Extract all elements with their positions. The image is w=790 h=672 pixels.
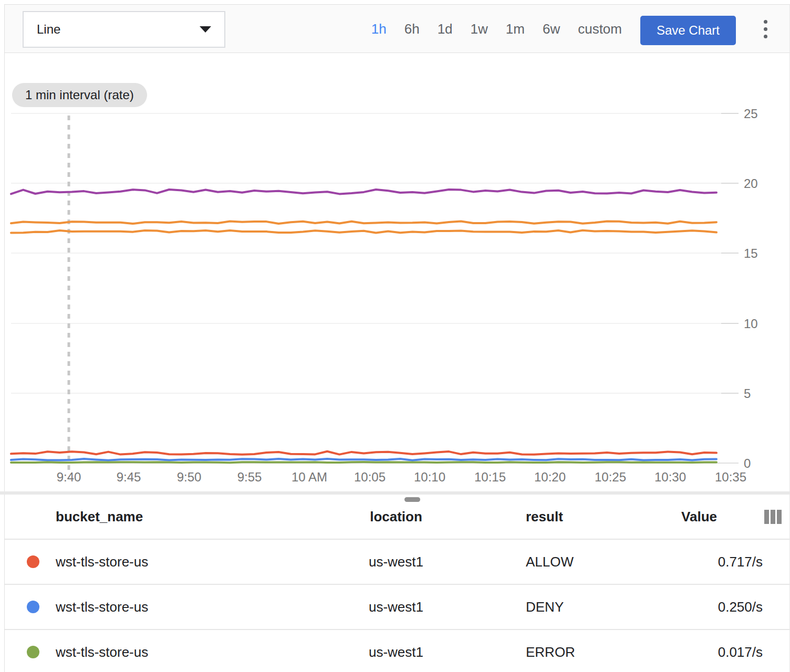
cell-bucket-name: wst-tls-store-us: [53, 554, 346, 570]
x-tick-label: 10:25: [595, 470, 626, 484]
column-header-value[interactable]: Value: [630, 509, 764, 525]
cell-value: 0.017/s: [630, 644, 789, 660]
series-line-4[interactable]: [11, 452, 716, 455]
y-tick-label: 0: [744, 456, 751, 470]
x-tick-label: 10:35: [715, 470, 746, 484]
cell-value: 0.250/s: [630, 599, 789, 615]
time-range-1h[interactable]: 1h: [371, 21, 387, 37]
series-line-2[interactable]: [11, 222, 716, 224]
x-tick-label: 10:10: [414, 470, 445, 484]
time-range-selector: 1h 6h 1d 1w 1m 6w custom: [371, 5, 622, 53]
table-header-row: bucket_name location result Value: [5, 495, 789, 539]
y-axis-labels: 25 20 15 10 5 0: [744, 107, 758, 470]
chart-type-dropdown[interactable]: Line: [23, 11, 225, 48]
column-settings-icon[interactable]: [764, 510, 785, 524]
table-resize-handle[interactable]: [404, 497, 420, 502]
y-tick-label: 15: [744, 246, 758, 260]
time-range-6h[interactable]: 6h: [404, 21, 420, 37]
table-row[interactable]: wst-tls-store-us us-west1 ERROR 0.017/s: [5, 629, 789, 672]
series-line-1[interactable]: [11, 190, 716, 194]
x-tick-label: 10:30: [654, 470, 686, 484]
x-tick-label: 9:45: [117, 470, 141, 484]
chart-card: Line 1h 6h 1d 1w 1m 6w custom Save Chart…: [4, 4, 790, 672]
cell-location: us-west1: [346, 554, 446, 570]
more-options-menu-icon[interactable]: [758, 5, 772, 53]
x-tick-label: 9:50: [177, 470, 202, 484]
series-color-dot: [27, 646, 39, 658]
x-tick-label: 10:05: [354, 470, 386, 484]
cell-location: us-west1: [346, 599, 446, 615]
series-color-dot: [27, 555, 39, 568]
x-axis-labels: 9:40 9:45 9:50 9:55 10 AM 10:05 10:10 10…: [57, 470, 746, 484]
cell-result: ALLOW: [446, 554, 630, 570]
y-tick-label: 5: [744, 386, 751, 401]
y-tick-label: 25: [744, 107, 758, 121]
column-header-result[interactable]: result: [446, 509, 630, 525]
chart-type-value: Line: [37, 22, 60, 37]
column-header-bucket-name[interactable]: bucket_name: [53, 509, 346, 525]
time-range-1d[interactable]: 1d: [438, 21, 453, 37]
x-tick-label: 10:15: [474, 470, 506, 484]
interval-chip: 1 min interval (rate): [12, 83, 147, 107]
line-chart[interactable]: 25 20 15 10 5 0 9:40 9:45 9:50 9:55 10 A…: [5, 53, 790, 491]
cell-bucket-name: wst-tls-store-us: [53, 644, 346, 660]
chevron-down-icon: [200, 26, 211, 33]
series-line-3[interactable]: [11, 230, 716, 233]
time-range-1m[interactable]: 1m: [506, 21, 525, 37]
x-tick-label: 9:40: [57, 470, 81, 484]
cell-result: DENY: [446, 599, 630, 615]
chart-area: 1 min interval (rate) 25 20: [5, 53, 789, 491]
cell-location: us-west1: [346, 644, 446, 660]
time-range-6w[interactable]: 6w: [543, 21, 560, 37]
save-chart-button[interactable]: Save Chart: [640, 16, 736, 45]
time-range-1w[interactable]: 1w: [471, 21, 488, 37]
series-lines: [11, 190, 716, 463]
cell-value: 0.717/s: [630, 554, 789, 570]
table-row[interactable]: wst-tls-store-us us-west1 DENY 0.250/s: [5, 584, 789, 629]
series-color-dot: [27, 601, 39, 613]
y-tick-label: 20: [744, 176, 758, 191]
x-tick-label: 10:20: [534, 470, 566, 484]
y-tick-label: 10: [744, 317, 758, 331]
gridlines: [11, 113, 739, 463]
column-header-location[interactable]: location: [346, 509, 446, 525]
x-tick-label: 10 AM: [292, 470, 327, 484]
series-line-5[interactable]: [11, 459, 716, 460]
x-tick-label: 9:55: [237, 470, 262, 484]
table-row[interactable]: wst-tls-store-us us-west1 ALLOW 0.717/s: [5, 539, 789, 584]
legend-table: bucket_name location result Value wst-tl…: [5, 495, 789, 672]
series-line-6[interactable]: [11, 462, 716, 463]
cell-bucket-name: wst-tls-store-us: [53, 599, 346, 615]
time-range-custom[interactable]: custom: [578, 21, 622, 37]
cell-result: ERROR: [446, 644, 630, 660]
chart-toolbar: Line 1h 6h 1d 1w 1m 6w custom Save Chart: [5, 5, 789, 53]
